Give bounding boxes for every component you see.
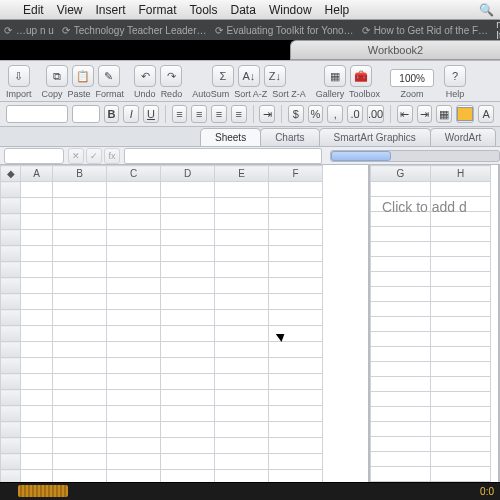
increase-decimal-button[interactable]: .00: [367, 105, 384, 123]
font-size-select[interactable]: [72, 105, 100, 123]
table-row[interactable]: [1, 214, 323, 230]
col-header[interactable]: G: [371, 166, 431, 182]
align-center-button[interactable]: ≡: [191, 105, 207, 123]
italic-button[interactable]: I: [123, 105, 139, 123]
ribbon-tab-wordart[interactable]: WordArt: [430, 128, 497, 146]
table-row[interactable]: [371, 377, 491, 392]
col-header[interactable]: D: [161, 166, 215, 182]
scrollbar-thumb[interactable]: [331, 151, 391, 161]
table-row[interactable]: [1, 198, 323, 214]
table-row[interactable]: [1, 374, 323, 390]
table-row[interactable]: [371, 437, 491, 452]
table-row[interactable]: [371, 467, 491, 482]
table-row[interactable]: [371, 227, 491, 242]
table-row[interactable]: [1, 406, 323, 422]
table-row[interactable]: [1, 342, 323, 358]
grid-left-pane[interactable]: ◆ A B C D E F: [0, 165, 370, 482]
font-color-button[interactable]: A: [478, 105, 494, 123]
col-header[interactable]: E: [215, 166, 269, 182]
table-row[interactable]: [371, 317, 491, 332]
table-row[interactable]: [1, 182, 323, 198]
menu-format[interactable]: Format: [139, 3, 177, 17]
table-row[interactable]: [371, 242, 491, 257]
name-box[interactable]: [4, 148, 64, 164]
toolbox-button[interactable]: 🧰: [350, 65, 372, 87]
menu-insert[interactable]: Insert: [95, 3, 125, 17]
borders-button[interactable]: ▦: [436, 105, 452, 123]
col-header[interactable]: C: [107, 166, 161, 182]
sort-az-button[interactable]: A↓: [238, 65, 260, 87]
table-row[interactable]: [371, 182, 491, 197]
table-row[interactable]: [371, 272, 491, 287]
browser-tab[interactable]: ⟳ …up n u: [4, 25, 54, 36]
percent-button[interactable]: %: [308, 105, 324, 123]
font-family-select[interactable]: [6, 105, 68, 123]
autosum-button[interactable]: Σ: [212, 65, 234, 87]
ribbon-tab-sheets[interactable]: Sheets: [200, 128, 261, 146]
comma-button[interactable]: ,: [327, 105, 343, 123]
table-row[interactable]: [371, 257, 491, 272]
ribbon-tab-smartart[interactable]: SmartArt Graphics: [319, 128, 431, 146]
table-row[interactable]: [371, 332, 491, 347]
placeholder-hint[interactable]: Click to add d: [382, 199, 498, 215]
table-row[interactable]: [1, 246, 323, 262]
table-row[interactable]: [1, 310, 323, 326]
align-left-button[interactable]: ≡: [172, 105, 188, 123]
table-row[interactable]: [371, 302, 491, 317]
bold-button[interactable]: B: [104, 105, 120, 123]
ribbon-tab-charts[interactable]: Charts: [260, 128, 319, 146]
fx-button[interactable]: fx: [104, 148, 120, 164]
formula-input[interactable]: [124, 148, 322, 164]
merge-button[interactable]: ⇥: [259, 105, 275, 123]
video-progress[interactable]: [18, 485, 68, 497]
grid-right-pane[interactable]: G H: [370, 165, 500, 482]
spotlight-icon[interactable]: 🔍: [479, 3, 494, 17]
table-row[interactable]: [371, 287, 491, 302]
align-justify-button[interactable]: ≡: [231, 105, 247, 123]
table-row[interactable]: [371, 347, 491, 362]
undo-button[interactable]: ↶: [134, 65, 156, 87]
align-right-button[interactable]: ≡: [211, 105, 227, 123]
paste-button[interactable]: 📋: [72, 65, 94, 87]
table-row[interactable]: [1, 390, 323, 406]
table-row[interactable]: [1, 294, 323, 310]
indent-decrease-button[interactable]: ⇤: [397, 105, 413, 123]
menu-window[interactable]: Window: [269, 3, 312, 17]
menu-view[interactable]: View: [57, 3, 83, 17]
table-row[interactable]: [1, 422, 323, 438]
table-row[interactable]: [1, 438, 323, 454]
video-controls[interactable]: 0:0: [0, 482, 500, 500]
spreadsheet-grid[interactable]: ◆ A B C D E F: [0, 165, 323, 482]
select-all-corner[interactable]: ◆: [1, 166, 21, 182]
zoom-select[interactable]: 100%: [390, 69, 434, 87]
import-button[interactable]: ⇩: [8, 65, 30, 87]
indent-increase-button[interactable]: ⇥: [417, 105, 433, 123]
browser-tab[interactable]: ⟳ How to Get Rid of the F…: [362, 25, 489, 36]
col-header[interactable]: H: [431, 166, 491, 182]
col-header[interactable]: A: [21, 166, 53, 182]
table-row[interactable]: [1, 278, 323, 294]
table-row[interactable]: [1, 470, 323, 483]
table-row[interactable]: [371, 422, 491, 437]
currency-button[interactable]: $: [288, 105, 304, 123]
copy-button[interactable]: ⧉: [46, 65, 68, 87]
menu-edit[interactable]: Edit: [23, 3, 44, 17]
browser-tab-user[interactable]: mbbesstein's Items: [496, 20, 500, 40]
fill-color-button[interactable]: [456, 105, 474, 123]
table-row[interactable]: [1, 454, 323, 470]
table-row[interactable]: [1, 358, 323, 374]
table-row[interactable]: [371, 407, 491, 422]
decrease-decimal-button[interactable]: .0: [347, 105, 363, 123]
table-row[interactable]: [1, 262, 323, 278]
table-row[interactable]: [371, 392, 491, 407]
window-titlebar[interactable]: Workbook2: [290, 40, 500, 60]
table-row[interactable]: [371, 362, 491, 377]
menu-data[interactable]: Data: [231, 3, 256, 17]
redo-button[interactable]: ↷: [160, 65, 182, 87]
format-painter-button[interactable]: ✎: [98, 65, 120, 87]
help-button[interactable]: ?: [444, 65, 466, 87]
table-row[interactable]: [1, 230, 323, 246]
enter-formula-button[interactable]: ✓: [86, 148, 102, 164]
col-header[interactable]: F: [269, 166, 323, 182]
sort-za-button[interactable]: Z↓: [264, 65, 286, 87]
